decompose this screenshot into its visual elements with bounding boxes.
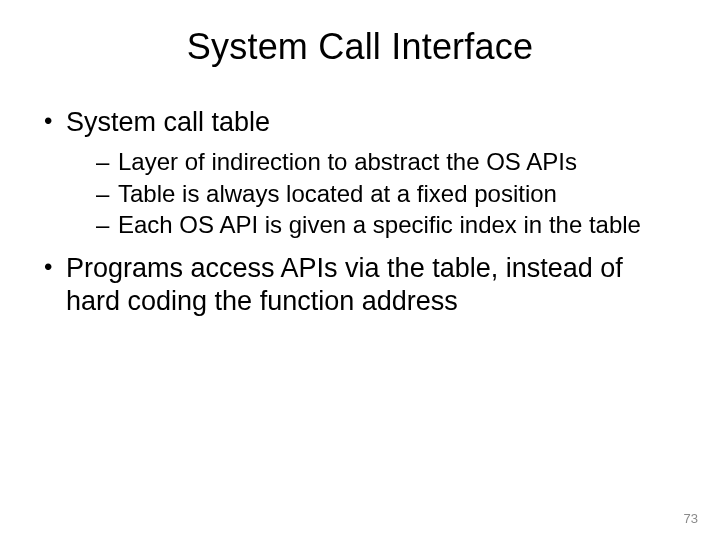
sub-bullet-item: Table is always located at a fixed posit… <box>96 179 680 209</box>
sub-bullet-text: Table is always located at a fixed posit… <box>118 180 557 207</box>
sub-bullet-text: Each OS API is given a specific index in… <box>118 211 641 238</box>
sub-bullet-text: Layer of indirection to abstract the OS … <box>118 148 577 175</box>
bullet-text: Programs access APIs via the table, inst… <box>66 253 623 316</box>
bullet-list: System call table Layer of indirection t… <box>40 106 680 318</box>
bullet-item: Programs access APIs via the table, inst… <box>40 252 680 318</box>
page-number: 73 <box>684 511 698 526</box>
bullet-text: System call table <box>66 107 270 137</box>
sub-bullet-item: Each OS API is given a specific index in… <box>96 210 680 240</box>
slide-title: System Call Interface <box>40 26 680 68</box>
slide: System Call Interface System call table … <box>0 0 720 540</box>
sub-bullet-item: Layer of indirection to abstract the OS … <box>96 147 680 177</box>
bullet-item: System call table Layer of indirection t… <box>40 106 680 240</box>
sub-bullet-list: Layer of indirection to abstract the OS … <box>66 147 680 240</box>
